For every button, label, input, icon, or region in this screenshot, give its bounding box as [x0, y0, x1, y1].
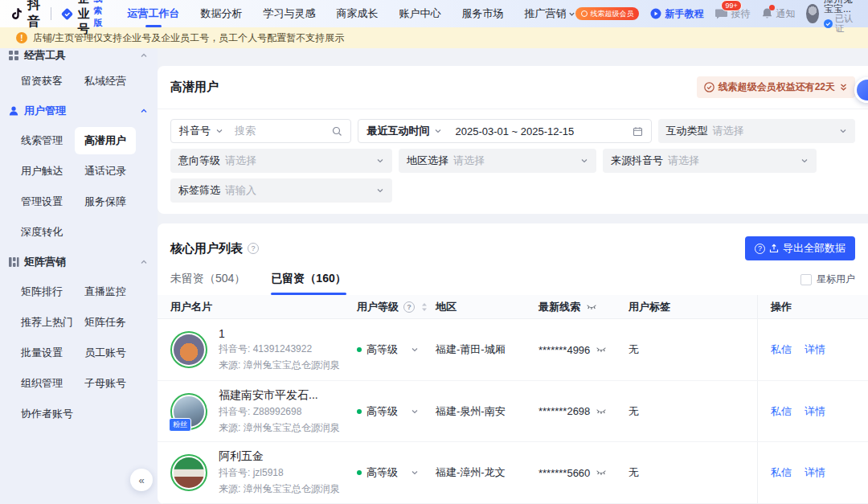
sidebar-item-user-reach[interactable]: 用户触达 — [21, 156, 84, 186]
sidebar-group-title: 用户管理 — [24, 104, 135, 118]
detail-link[interactable]: 详情 — [805, 465, 825, 480]
tab-not-retained[interactable]: 未留资（504） — [170, 272, 245, 295]
level-select[interactable]: 高等级 — [357, 404, 436, 419]
sidebar-group-title: 矩阵营销 — [24, 255, 135, 269]
filter-area: 抖音号 搜索 最近互动时间 — [158, 109, 868, 214]
search-input[interactable]: 搜索 — [235, 124, 256, 138]
notification-dot — [769, 5, 775, 10]
sidebar-item-staff-accounts[interactable]: 员工账号 — [84, 338, 148, 368]
eye-off-icon[interactable] — [596, 345, 607, 354]
search-icon[interactable] — [332, 126, 342, 137]
sidebar-item-high-potential-users[interactable]: 高潜用户 — [84, 125, 148, 156]
eye-off-icon[interactable] — [596, 407, 607, 416]
sidebar-item-lead-capture[interactable]: 留资获客 — [21, 66, 84, 96]
export-all-button[interactable]: ? 导出全部数据 — [745, 236, 855, 260]
sidebar-group-user-management[interactable]: 用户管理 — [8, 96, 148, 125]
avatar[interactable]: 粉丝 — [170, 393, 207, 430]
nav-item-merchant-growth[interactable]: 商家成长 — [336, 6, 378, 21]
help-icon[interactable]: ? — [248, 243, 259, 254]
tag-value: 无 — [628, 342, 757, 357]
promo-member-badge[interactable]: 线索超级会员 — [575, 7, 639, 20]
douyin-logo[interactable]: 抖音 — [10, 0, 41, 31]
user-name[interactable]: 福建南安市平发石... — [219, 388, 340, 403]
eye-off-icon[interactable] — [596, 468, 607, 477]
sidebar-item-service-guarantee[interactable]: 服务保障 — [84, 186, 148, 217]
filter-label: 来源抖音号 — [611, 154, 663, 168]
sidebar-collapse-button[interactable]: « — [130, 469, 153, 491]
nav-item-learning[interactable]: 学习与灵感 — [263, 6, 315, 21]
member-benefit-badge[interactable]: 线索超级会员权益还有22天 — [697, 76, 855, 98]
help-icon[interactable]: ? — [403, 301, 415, 313]
nav-item-data-analysis[interactable]: 数据分析 — [200, 6, 242, 21]
level-select[interactable]: 高等级 — [357, 342, 436, 357]
export-icon — [769, 244, 779, 253]
sidebar-item-org-management[interactable]: 组织管理 — [21, 368, 84, 399]
chevron-down-icon — [434, 127, 442, 135]
region-value: 福建-泉州-南安 — [436, 404, 538, 419]
sidebar-item-matrix-ranking[interactable]: 矩阵排行 — [21, 277, 84, 307]
user-list-card: 核心用户列表 ? ? 导出全部数据 未留资（504） 已留资（160） — [158, 223, 868, 504]
member-benefit-text: 线索超级会员权益还有22天 — [719, 80, 835, 94]
source-account-select[interactable]: 来源抖音号 请选择 — [603, 149, 817, 173]
nav-item-promotion-label: 推广营销 — [524, 6, 566, 21]
tag-filter-input[interactable]: 标签筛选 请输入 — [170, 178, 392, 203]
reception-button[interactable]: 99+ 接待 — [714, 7, 750, 21]
interaction-type-select[interactable]: 互动类型 请选择 — [658, 119, 855, 143]
sidebar-item-live-monitoring[interactable]: 直播监控 — [84, 277, 148, 307]
chevron-down-icon — [411, 346, 419, 354]
interaction-time-filter[interactable]: 最近互动时间 2025-03-01 ~ 2025-12-15 — [358, 119, 651, 143]
tab-retained[interactable]: 已留资（160） — [271, 272, 346, 295]
region-select[interactable]: 地区选择 请选择 — [399, 149, 596, 173]
sidebar-item-promote-trending[interactable]: 推荐上热门 — [21, 307, 84, 338]
user-profile[interactable]: 漳州兔宝宝... 已认证 — [806, 0, 860, 33]
sidebar-item-batch-settings[interactable]: 批量设置 — [21, 338, 84, 368]
sidebar-item-sub-accounts[interactable]: 子母账号 — [84, 368, 148, 399]
reception-count-badge: 99+ — [721, 0, 741, 11]
avatar[interactable] — [170, 331, 207, 368]
star-user-checkbox[interactable] — [800, 274, 812, 285]
calendar-icon — [633, 126, 643, 137]
verified-label: 已认证 — [835, 14, 860, 33]
chevron-down-icon — [580, 157, 588, 165]
eye-off-icon[interactable] — [586, 302, 597, 312]
sidebar-item-private-domain[interactable]: 私域经营 — [84, 66, 148, 96]
account-search-combo[interactable]: 抖音号 搜索 — [170, 119, 351, 143]
date-range-value[interactable]: 2025-03-01 ~ 2025-12-15 — [455, 125, 574, 137]
time-type-select[interactable]: 最近互动时间 — [366, 124, 429, 138]
detail-link[interactable]: 详情 — [805, 404, 825, 419]
nav-item-account-center[interactable]: 账户中心 — [399, 6, 440, 21]
account-type-select[interactable]: 抖音号 — [179, 124, 211, 138]
intent-level-select[interactable]: 意向等级 请选择 — [170, 149, 392, 173]
sidebar-item-matrix-tasks[interactable]: 矩阵任务 — [84, 307, 148, 338]
nav-item-promotion[interactable]: 推广营销 — [524, 6, 575, 21]
nav-item-workbench[interactable]: 运营工作台 — [127, 6, 179, 21]
star-user-filter[interactable]: 星标用户 — [800, 272, 855, 295]
tutorial-button[interactable]: 新手教程 — [650, 7, 703, 21]
user-name[interactable]: 1 — [219, 327, 340, 340]
sidebar-item-collaborator-accounts[interactable]: 协作者账号 — [21, 399, 84, 429]
user-douyin-id: 抖音号: Z88992698 — [219, 405, 340, 419]
user-name[interactable]: 阿利五金 — [219, 449, 340, 464]
region-value: 福建-莆田-城厢 — [436, 342, 538, 357]
sidebar-group-matrix-marketing[interactable]: 矩阵营销 — [8, 248, 148, 277]
private-message-link[interactable]: 私信 — [771, 465, 792, 480]
level-dot-icon — [357, 409, 362, 414]
level-value: 高等级 — [366, 404, 398, 419]
douyin-note-icon — [10, 6, 24, 21]
sidebar-item-deep-conversion[interactable]: 深度转化 — [21, 217, 84, 248]
avatar[interactable] — [170, 454, 207, 491]
sort-icon[interactable] — [421, 302, 428, 312]
sidebar-group-business-tools[interactable]: 经营工具 — [8, 48, 148, 66]
chevron-up-icon — [140, 107, 148, 115]
nav-item-service-market[interactable]: 服务市场 — [461, 6, 503, 21]
private-message-link[interactable]: 私信 — [771, 342, 792, 357]
fan-badge: 粉丝 — [169, 418, 191, 432]
user-source: 来源: 漳州兔宝宝总仓源润泉 — [219, 359, 340, 372]
private-message-link[interactable]: 私信 — [771, 404, 792, 419]
sidebar-item-call-records[interactable]: 通话记录 — [84, 156, 148, 186]
user-douyin-id: 抖音号: jzl5918 — [219, 466, 340, 480]
sidebar-item-management-settings[interactable]: 管理设置 — [21, 186, 84, 217]
detail-link[interactable]: 详情 — [805, 342, 825, 357]
notification-button[interactable]: 通知 — [761, 7, 795, 21]
level-select[interactable]: 高等级 — [357, 465, 436, 480]
